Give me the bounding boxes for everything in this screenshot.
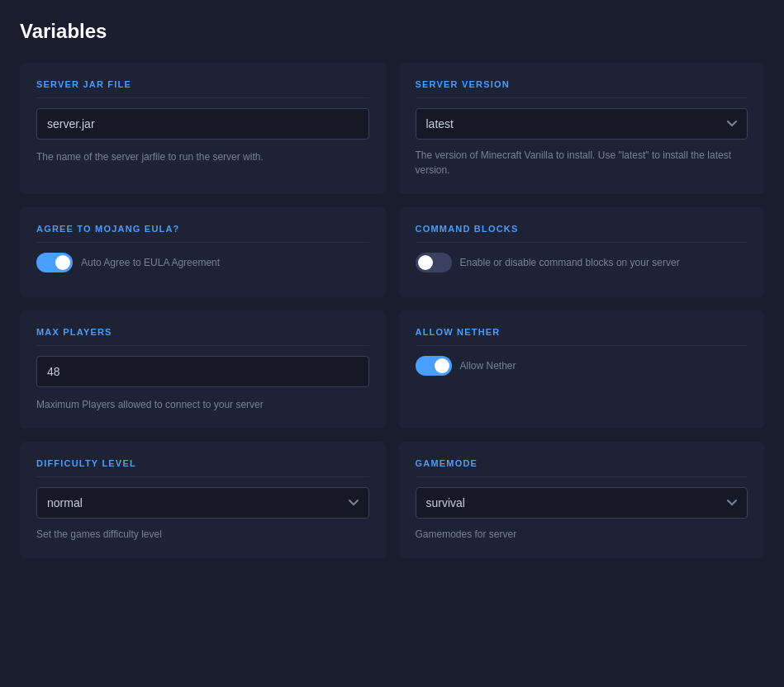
- server-version-description: The version of Minecraft Vanilla to inst…: [416, 148, 748, 178]
- server-version-label: SERVER VERSION: [416, 79, 748, 98]
- allow-nether-toggle-slider: [416, 356, 452, 376]
- max-players-label: MAX PLAYERS: [36, 327, 369, 346]
- difficulty-select[interactable]: normal easy hard peaceful: [36, 487, 369, 519]
- eula-toggle-container: Auto Agree to EULA Agreement: [36, 253, 369, 272]
- card-eula: AGREE TO MOJANG EULA? Auto Agree to EULA…: [20, 207, 386, 297]
- gamemode-select[interactable]: survival creative adventure spectator: [416, 487, 748, 519]
- allow-nether-toggle-container: Allow Nether: [416, 356, 748, 376]
- eula-toggle-slider: [36, 253, 73, 272]
- gamemode-description: Gamemodes for server: [416, 527, 748, 542]
- max-players-description: Maximum Players allowed to connect to yo…: [36, 397, 369, 412]
- gamemode-label: GAMEMODE: [416, 458, 748, 477]
- max-players-input[interactable]: [36, 356, 369, 387]
- allow-nether-label: ALLOW NETHER: [416, 327, 748, 346]
- difficulty-label: DIFFICULTY LEVEL: [36, 458, 369, 477]
- variables-grid: SERVER JAR FILE The name of the server j…: [20, 63, 764, 558]
- card-allow-nether: ALLOW NETHER Allow Nether: [399, 310, 765, 429]
- card-command-blocks: COMMAND BLOCKS Enable or disable command…: [399, 207, 765, 297]
- card-difficulty: DIFFICULTY LEVEL normal easy hard peacef…: [20, 442, 386, 558]
- server-jar-input[interactable]: [36, 108, 369, 140]
- command-blocks-toggle-slider: [416, 253, 452, 272]
- eula-toggle[interactable]: [36, 253, 73, 272]
- command-blocks-toggle[interactable]: [416, 253, 452, 272]
- command-blocks-toggle-label: Enable or disable command blocks on your…: [460, 255, 680, 270]
- eula-label: AGREE TO MOJANG EULA?: [36, 224, 369, 243]
- allow-nether-toggle-label: Allow Nether: [460, 358, 516, 373]
- card-server-jar: SERVER JAR FILE The name of the server j…: [20, 63, 386, 194]
- server-jar-description: The name of the server jarfile to run th…: [36, 149, 369, 164]
- command-blocks-label: COMMAND BLOCKS: [416, 224, 748, 243]
- eula-toggle-label: Auto Agree to EULA Agreement: [81, 255, 220, 270]
- difficulty-description: Set the games difficulty level: [36, 527, 369, 542]
- card-gamemode: GAMEMODE survival creative adventure spe…: [399, 442, 765, 558]
- page-title: Variables: [20, 20, 764, 43]
- allow-nether-toggle[interactable]: [416, 356, 452, 376]
- card-server-version: SERVER VERSION latest 1.20.4 1.20.2 1.19…: [399, 63, 765, 194]
- card-max-players: MAX PLAYERS Maximum Players allowed to c…: [20, 310, 386, 429]
- server-version-select[interactable]: latest 1.20.4 1.20.2 1.19.4 1.18.2: [416, 108, 748, 140]
- command-blocks-toggle-container: Enable or disable command blocks on your…: [416, 253, 748, 272]
- server-jar-label: SERVER JAR FILE: [36, 79, 369, 98]
